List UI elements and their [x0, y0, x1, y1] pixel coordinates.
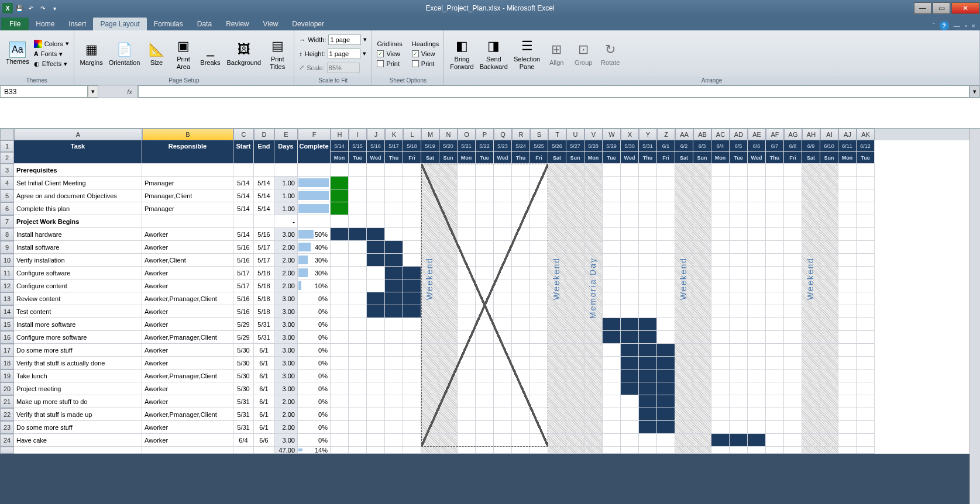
gantt-cell[interactable] — [385, 305, 403, 318]
gantt-cell[interactable] — [458, 177, 476, 189]
excel-icon[interactable]: X — [2, 3, 13, 13]
gantt-cell[interactable] — [439, 434, 458, 447]
gantt-cell[interactable] — [838, 164, 857, 177]
cell[interactable]: Mon — [838, 152, 857, 164]
gantt-cell[interactable] — [857, 357, 875, 370]
gantt-cell[interactable] — [367, 421, 385, 434]
gantt-cell[interactable] — [421, 382, 439, 395]
column-header[interactable]: O — [458, 129, 476, 140]
cell[interactable]: 6/4 — [711, 140, 730, 152]
sheet-body[interactable]: 1TaskResponsibleStartEndDaysComplete5/14… — [0, 140, 969, 454]
gantt-cell[interactable] — [693, 331, 711, 344]
gantt-cell[interactable] — [820, 177, 838, 189]
name-box-dropdown-icon[interactable]: ▾ — [88, 85, 98, 98]
name-box[interactable]: B33 — [0, 85, 88, 98]
column-header[interactable]: B — [142, 129, 233, 140]
row-header[interactable]: 12 — [0, 279, 14, 292]
gantt-cell[interactable] — [349, 331, 367, 344]
gantt-cell[interactable] — [584, 357, 603, 370]
gantt-cell[interactable] — [639, 177, 657, 189]
gantt-cell[interactable] — [566, 344, 584, 357]
gantt-cell[interactable] — [349, 164, 367, 177]
gantt-cell[interactable] — [349, 421, 367, 434]
gantt-cell[interactable] — [639, 318, 657, 331]
cell[interactable]: 5/31 — [233, 408, 254, 421]
gantt-cell[interactable] — [675, 382, 693, 395]
height-spinner[interactable]: 1 page — [328, 49, 360, 59]
cell[interactable]: Do some more stuff — [14, 421, 142, 434]
gantt-cell[interactable] — [584, 344, 603, 357]
cell[interactable]: Aworker — [142, 357, 233, 370]
gantt-cell[interactable] — [748, 267, 766, 279]
gantt-cell[interactable] — [530, 434, 548, 447]
gantt-cell[interactable] — [784, 357, 802, 370]
gantt-cell[interactable] — [693, 344, 711, 357]
gantt-cell[interactable] — [476, 408, 494, 421]
gantt-cell[interactable] — [421, 215, 439, 228]
gantt-cell[interactable] — [784, 370, 802, 382]
row-header[interactable]: 7 — [0, 215, 14, 228]
gantt-cell[interactable] — [675, 421, 693, 434]
gantt-cell[interactable] — [657, 164, 675, 177]
gantt-cell[interactable] — [802, 254, 820, 267]
cell[interactable]: 3.00 — [274, 331, 298, 344]
gantt-cell[interactable] — [421, 370, 439, 382]
gantt-cell[interactable] — [730, 279, 748, 292]
gantt-cell[interactable] — [657, 370, 675, 382]
gantt-cell[interactable] — [367, 434, 385, 447]
cell[interactable]: Sat — [802, 152, 820, 164]
group-button[interactable]: ⊡Group — [570, 39, 596, 67]
gantt-cell[interactable] — [584, 254, 603, 267]
colors-button[interactable]: Colors ▾ — [33, 39, 70, 49]
gantt-cell[interactable] — [802, 305, 820, 318]
cell[interactable]: Start — [233, 140, 254, 152]
gantt-cell[interactable] — [766, 357, 784, 370]
gantt-cell[interactable] — [349, 267, 367, 279]
gantt-cell[interactable] — [367, 241, 385, 254]
cell[interactable]: 3.00 — [274, 382, 298, 395]
cell[interactable]: 6/1 — [254, 395, 274, 408]
gantt-cell[interactable] — [603, 215, 621, 228]
gantt-cell[interactable] — [784, 421, 802, 434]
gantt-cell[interactable] — [512, 292, 530, 305]
gantt-cell[interactable] — [711, 305, 730, 318]
gantt-cell[interactable] — [548, 177, 566, 189]
cell[interactable] — [233, 215, 254, 228]
gantt-cell[interactable] — [439, 164, 458, 177]
gantt-cell[interactable] — [530, 228, 548, 241]
gantt-cell[interactable] — [494, 202, 512, 215]
gantt-cell[interactable] — [421, 305, 439, 318]
gantt-cell[interactable] — [639, 357, 657, 370]
gantt-cell[interactable] — [675, 395, 693, 408]
gantt-cell[interactable] — [766, 434, 784, 447]
gantt-cell[interactable] — [403, 241, 421, 254]
gantt-cell[interactable] — [331, 318, 349, 331]
gantt-cell[interactable] — [639, 370, 657, 382]
gantt-cell[interactable] — [349, 408, 367, 421]
gantt-cell[interactable] — [820, 215, 838, 228]
gantt-cell[interactable] — [820, 408, 838, 421]
gantt-cell[interactable] — [748, 331, 766, 344]
gantt-cell[interactable] — [494, 421, 512, 434]
gantt-cell[interactable] — [621, 395, 639, 408]
gantt-cell[interactable] — [603, 408, 621, 421]
gantt-cell[interactable] — [421, 267, 439, 279]
gantt-cell[interactable] — [657, 279, 675, 292]
gantt-cell[interactable] — [439, 189, 458, 202]
gantt-cell[interactable] — [802, 164, 820, 177]
cell[interactable]: 5/16 — [233, 254, 254, 267]
gantt-cell[interactable] — [730, 395, 748, 408]
cell[interactable]: Project meeting — [14, 382, 142, 395]
gantt-cell[interactable] — [458, 279, 476, 292]
cell[interactable]: 2.00 — [274, 395, 298, 408]
gantt-cell[interactable] — [349, 318, 367, 331]
gantt-cell[interactable] — [367, 228, 385, 241]
gantt-cell[interactable] — [820, 421, 838, 434]
gantt-cell[interactable] — [621, 434, 639, 447]
gantt-cell[interactable] — [458, 241, 476, 254]
cell[interactable] — [254, 215, 274, 228]
gantt-cell[interactable] — [458, 164, 476, 177]
row-header[interactable]: 18 — [0, 357, 14, 370]
gantt-cell[interactable] — [367, 331, 385, 344]
cell[interactable] — [298, 152, 331, 164]
